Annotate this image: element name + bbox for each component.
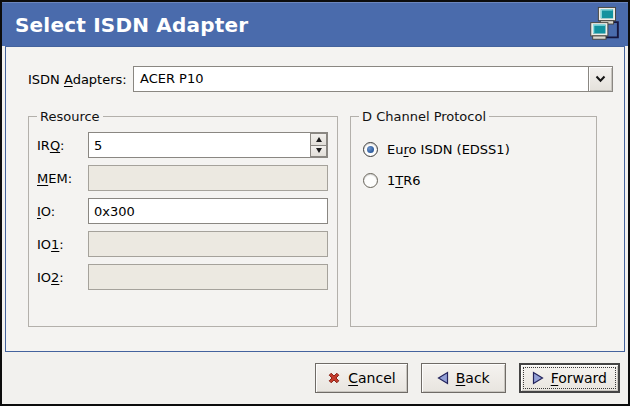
radio-1tr6[interactable]: 1TR6 (363, 170, 587, 190)
isdn-adapter-combobox-value[interactable]: ACER P10 (134, 67, 588, 91)
isdn-adapter-combobox[interactable]: ACER P10 (133, 66, 613, 92)
io-input[interactable] (88, 198, 328, 224)
io1-input (88, 231, 328, 257)
mem-input (88, 165, 328, 191)
dialog-title: Select ISDN Adapter (15, 13, 589, 37)
combobox-dropdown-button[interactable] (588, 67, 612, 91)
arrow-left-icon (437, 371, 449, 385)
io2-label: IO2: (37, 270, 82, 285)
back-button[interactable]: Back (421, 363, 506, 393)
radio-euro-isdn-label: Euro ISDN (EDSS1) (387, 142, 510, 157)
io-label: IO: (37, 204, 82, 219)
irq-spinner (88, 132, 328, 158)
groups-container: Resource IRQ: MEM: IO: (28, 109, 613, 327)
triangle-down-icon (316, 148, 322, 153)
isdn-adapters-label: ISDN Adapters: (28, 72, 125, 87)
triangle-up-icon (316, 137, 322, 142)
resource-group-title: Resource (37, 109, 103, 124)
forward-button-label: Forward (551, 370, 607, 386)
radio-euro-isdn[interactable]: Euro ISDN (EDSS1) (363, 139, 587, 159)
dialog-button-row: Cancel Back Forward (2, 352, 628, 404)
chevron-down-icon (595, 75, 606, 83)
cancel-button-label: Cancel (348, 370, 395, 386)
radio-button-icon (363, 173, 378, 188)
dialog-titlebar: Select ISDN Adapter (2, 2, 628, 46)
spin-up-button[interactable] (310, 133, 327, 145)
cancel-button[interactable]: Cancel (315, 363, 407, 393)
cancel-x-icon (327, 371, 341, 385)
radio-button-icon (363, 142, 378, 157)
dialog-content-panel: ISDN Adapters: ACER P10 Resource IRQ: (5, 46, 625, 352)
arrow-right-icon (532, 371, 544, 385)
d-channel-protocol-group: D Channel Protocol Euro ISDN (EDSS1) 1TR… (350, 109, 597, 327)
radio-1tr6-label: 1TR6 (387, 173, 421, 188)
irq-input[interactable] (88, 132, 328, 158)
io1-label: IO1: (37, 237, 82, 252)
mem-label: MEM: (37, 171, 82, 186)
back-button-label: Back (456, 370, 490, 386)
forward-button[interactable]: Forward (519, 363, 620, 393)
spin-down-button[interactable] (310, 145, 327, 158)
select-isdn-adapter-dialog: Select ISDN Adapter ISDN Adapters: ACER … (0, 0, 630, 406)
resource-group: Resource IRQ: MEM: IO: (28, 109, 338, 327)
d-channel-protocol-title: D Channel Protocol (359, 109, 489, 124)
network-computers-icon (589, 6, 622, 44)
irq-label: IRQ: (37, 138, 82, 153)
io2-input (88, 264, 328, 290)
isdn-adapters-row: ISDN Adapters: ACER P10 (28, 66, 613, 92)
